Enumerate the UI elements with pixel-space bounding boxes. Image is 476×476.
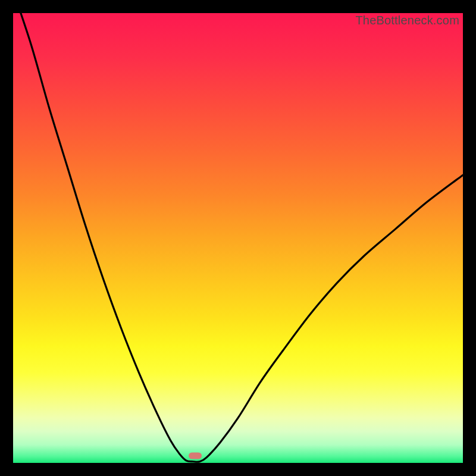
optimal-point-marker — [189, 452, 202, 459]
chart-frame: TheBottleneck.com — [13, 13, 463, 463]
watermark-text: TheBottleneck.com — [355, 14, 459, 27]
bottleneck-curve — [13, 13, 463, 463]
